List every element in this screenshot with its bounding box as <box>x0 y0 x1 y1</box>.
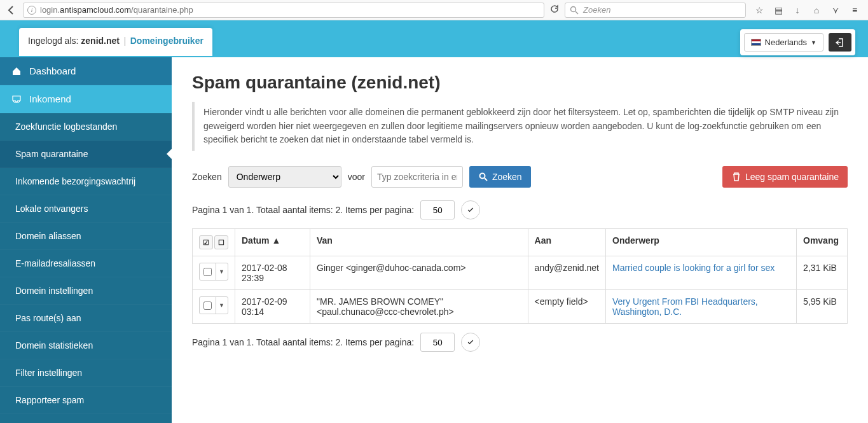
sidebar-item-routes[interactable]: Pas route(s) aan <box>0 305 172 332</box>
table-row: ▼ 2017-02-09 03:14 "MR. JAMES BROWN COME… <box>193 290 848 324</box>
select-none-button[interactable]: ☐ <box>214 235 228 249</box>
logout-button[interactable] <box>829 33 851 52</box>
url-bar[interactable]: i login.antispamcloud.com/quarantaine.ph… <box>23 3 544 18</box>
row-checkbox[interactable] <box>203 302 212 310</box>
bulk-select-buttons: ☑ ☐ <box>199 235 228 249</box>
sidebar-item-report-spam[interactable]: Rapporteer spam <box>0 387 172 414</box>
button-label: Leeg spam quarantaine <box>745 172 839 182</box>
trash-icon <box>731 172 741 182</box>
login-info: Ingelogd als: zenid.net Domeingebruiker <box>19 28 212 56</box>
sidebar-item-filter-settings[interactable]: Filter instellingen <box>0 359 172 387</box>
home-icon[interactable]: ⌂ <box>811 5 822 15</box>
row-checkbox-group: ▼ <box>199 263 228 281</box>
cell-size: 2,31 KiB <box>797 256 848 290</box>
cell-from: "MR. JAMES BROWN COMEY" <paul.chunaco@cc… <box>310 290 528 324</box>
logged-in-label: Ingelogd als: <box>28 36 81 46</box>
apply-per-page-button[interactable] <box>461 200 480 219</box>
back-button[interactable] <box>3 3 20 18</box>
pager-top: Pagina 1 van 1. Totaal aantal items: 2. … <box>192 200 848 219</box>
language-label: Nederlands <box>765 38 808 47</box>
svg-point-0 <box>571 6 576 11</box>
svg-line-1 <box>575 11 578 14</box>
pager-text: Pagina 1 van 1. Totaal aantal items: 2. … <box>192 337 414 347</box>
search-button[interactable]: Zoeken <box>469 166 531 188</box>
sidebar-incoming[interactable]: Inkomend <box>0 85 172 113</box>
row-actions-dropdown[interactable]: ▼ <box>216 263 227 280</box>
items-per-page-input[interactable] <box>420 200 455 219</box>
sidebar-item-label: Rapporteer spam <box>15 395 84 405</box>
url-text: login.antispamcloud.com/quarantaine.php <box>40 5 193 15</box>
sidebar-item-label: Domein instellingen <box>15 286 93 296</box>
flag-nl-icon <box>751 39 761 46</box>
user-role[interactable]: Domeingebruiker <box>130 36 203 46</box>
col-subject[interactable]: Onderwerp <box>606 229 797 256</box>
row-checkbox[interactable] <box>203 268 212 276</box>
logout-icon <box>835 38 845 48</box>
col-to[interactable]: Aan <box>528 229 605 256</box>
sidebar-item-delivery-queue[interactable]: Inkomende bezorgingswachtrij <box>0 168 172 195</box>
col-from[interactable]: Van <box>310 229 528 256</box>
row-actions-dropdown[interactable]: ▼ <box>216 297 227 314</box>
for-label: voor <box>348 172 365 182</box>
sidebar-item-domain-stats[interactable]: Domein statistieken <box>0 332 172 359</box>
sidebar-dashboard[interactable]: Dashboard <box>0 57 172 85</box>
sidebar-item-label: Domein statistieken <box>15 340 93 350</box>
sidebar-item-domain-settings[interactable]: Domein instellingen <box>0 277 172 305</box>
info-icon: i <box>27 6 36 15</box>
search-icon <box>478 172 488 182</box>
check-icon <box>467 338 474 346</box>
check-icon <box>467 206 474 214</box>
quarantine-table: ☑ ☐ Datum ▲ Van Aan Onderwerp Omvang <box>192 228 848 324</box>
inbox-icon <box>11 94 22 104</box>
menu-icon[interactable]: ≡ <box>849 5 860 15</box>
cell-date: 2017-02-08 23:39 <box>235 256 310 290</box>
search-placeholder: Zoeken <box>583 5 610 15</box>
pocket-icon[interactable]: ⋎ <box>830 5 841 15</box>
row-checkbox-group: ▼ <box>199 296 228 314</box>
sidebar-item-local-recipients[interactable]: Lokale ontvangers <box>0 195 172 223</box>
header-actions: Nederlands ▼ <box>740 29 855 55</box>
apply-per-page-button[interactable] <box>461 333 480 352</box>
logged-in-domain: zenid.net <box>81 36 120 46</box>
reload-button[interactable] <box>547 4 562 16</box>
svg-line-3 <box>485 178 487 181</box>
search-label: Zoeken <box>192 172 222 182</box>
items-per-page-input[interactable] <box>420 333 455 352</box>
select-all-button[interactable]: ☑ <box>199 235 213 249</box>
sidebar-item-log-search[interactable]: Zoekfunctie logbestanden <box>0 113 172 141</box>
browser-toolbar: ☆ ▤ ↓ ⌂ ⋎ ≡ <box>748 5 865 15</box>
subject-link[interactable]: Very Urgent From FBI Headquarters, Washi… <box>612 296 758 317</box>
sidebar-item-label: Filter instellingen <box>15 368 82 378</box>
pager-bottom: Pagina 1 van 1. Totaal aantal items: 2. … <box>192 333 848 352</box>
sidebar-item-label: Pas route(s) aan <box>15 313 81 323</box>
bookmark-icon[interactable]: ☆ <box>754 5 765 15</box>
sidebar-item-domain-aliases[interactable]: Domein aliassen <box>0 223 172 250</box>
col-size[interactable]: Omvang <box>797 229 848 256</box>
library-icon[interactable]: ▤ <box>773 5 784 15</box>
cell-to: <empty field> <box>528 290 605 324</box>
cell-from: Ginger <ginger@duhoc-canada.com> <box>310 256 528 290</box>
search-field-select[interactable]: Onderwerp <box>228 166 341 188</box>
svg-point-2 <box>479 174 485 179</box>
sidebar-item-label: Inkomend <box>29 94 71 104</box>
pager-text: Pagina 1 van 1. Totaal aantal items: 2. … <box>192 205 414 215</box>
col-date[interactable]: Datum ▲ <box>235 229 310 256</box>
divider <box>125 37 125 46</box>
browser-search[interactable]: Zoeken <box>565 3 746 18</box>
sidebar-item-spam-quarantine[interactable]: Spam quarantaine <box>0 141 172 168</box>
subject-link[interactable]: Married couple is looking for a girl for… <box>612 263 775 273</box>
sidebar-item-email-aliases[interactable]: E-mailadresaliassen <box>0 250 172 277</box>
button-label: Zoeken <box>492 172 522 182</box>
sidebar-item-label: Zoekfunctie logbestanden <box>15 121 117 132</box>
empty-quarantine-button[interactable]: Leeg spam quarantaine <box>722 166 848 188</box>
language-selector[interactable]: Nederlands ▼ <box>744 33 823 52</box>
sidebar-item-label: Domein aliassen <box>15 231 81 241</box>
search-row: Zoeken Onderwerp voor Zoeken Leeg spam q… <box>192 166 848 188</box>
sidebar: Dashboard Inkomend Zoekfunctie logbestan… <box>0 57 172 423</box>
page-title: Spam quarantaine (zenid.net) <box>192 73 848 93</box>
search-criteria-input[interactable] <box>371 166 463 188</box>
table-row: ▼ 2017-02-08 23:39 Ginger <ginger@duhoc-… <box>193 256 848 290</box>
cell-to: andy@zenid.net <box>528 256 605 290</box>
downloads-icon[interactable]: ↓ <box>792 5 803 15</box>
cell-size: 5,95 KiB <box>797 290 848 324</box>
